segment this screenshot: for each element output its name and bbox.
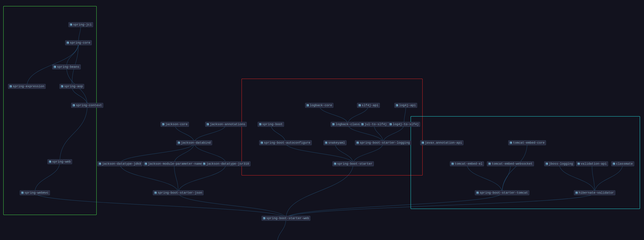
node-label-slf4j-api: slf4j-api bbox=[362, 104, 378, 107]
node-icon-jackson-annotations bbox=[206, 123, 209, 126]
node-spring-core[interactable]: spring-core bbox=[65, 40, 92, 45]
node-icon-spring-web bbox=[49, 161, 51, 163]
node-jackson-annotations[interactable]: jackson-annotations bbox=[205, 122, 246, 127]
node-spring-boot-autoconfigure[interactable]: spring-boot-autoconfigure bbox=[259, 140, 312, 145]
node-icon-spring-beans bbox=[54, 66, 56, 68]
node-icon-spring-boot-starter-json bbox=[154, 192, 157, 194]
node-icon-spring-boot-starter-logging bbox=[356, 142, 359, 144]
node-icon-spring-boot bbox=[259, 123, 262, 126]
node-label-spring-beans: spring-beans bbox=[57, 65, 79, 69]
node-icon-jboss-logging bbox=[546, 163, 548, 165]
node-snakeyaml[interactable]: snakeyaml bbox=[324, 140, 346, 145]
node-icon-snakeyaml bbox=[325, 142, 327, 144]
node-tomcat-embed-core[interactable]: tomcat-embed-core bbox=[508, 140, 546, 145]
region-green bbox=[3, 6, 97, 215]
node-logback-classic[interactable]: logback-classic bbox=[331, 122, 365, 127]
node-label-spring-expression: spring-expression bbox=[13, 85, 44, 88]
node-spring-webmvc[interactable]: spring-webmvc bbox=[20, 190, 50, 195]
node-spring-boot-starter[interactable]: spring-boot-starter bbox=[332, 161, 374, 166]
node-icon-log4j-to-slf4j bbox=[390, 123, 392, 126]
node-logback-core[interactable]: logback-core bbox=[305, 103, 334, 108]
node-jackson-datatype-jdk8[interactable]: jackson-datatype-jdk8 bbox=[97, 161, 142, 166]
node-log4j-to-slf4j[interactable]: log4j-to-slf4j bbox=[388, 122, 420, 127]
region-red bbox=[242, 79, 422, 176]
node-label-javax-annotation-api: javax.annotation-api bbox=[425, 141, 462, 145]
node-spring-context[interactable]: spring-context bbox=[71, 103, 103, 108]
node-label-snakeyaml: snakeyaml bbox=[328, 141, 345, 145]
node-jul-to-slf4j[interactable]: jul-to-slf4j bbox=[360, 122, 388, 127]
node-icon-jul-to-slf4j bbox=[361, 123, 364, 126]
node-icon-logback-core bbox=[306, 104, 309, 106]
node-classmate[interactable]: classmate bbox=[611, 161, 634, 166]
node-spring-boot[interactable]: spring-boot bbox=[258, 122, 284, 127]
node-spring-web[interactable]: spring-web bbox=[48, 159, 72, 164]
node-label-spring-boot-starter-web: spring-boot-starter-web bbox=[266, 216, 309, 220]
node-label-spring-boot-starter-tomcat: spring-boot-starter-tomcat bbox=[480, 191, 528, 194]
node-label-spring-boot-starter-logging: spring-boot-starter-logging bbox=[360, 141, 410, 145]
node-icon-tomcat-embed-el bbox=[451, 163, 454, 165]
node-slf4j-api[interactable]: slf4j-api bbox=[357, 103, 380, 108]
node-spring-beans[interactable]: spring-beans bbox=[52, 64, 81, 69]
node-label-spring-web: spring-web bbox=[52, 160, 71, 163]
node-label-logback-classic: logback-classic bbox=[336, 123, 363, 126]
node-icon-jackson-module-parameter-names bbox=[145, 163, 147, 165]
node-label-spring-webmvc: spring-webmvc bbox=[24, 191, 48, 194]
node-icon-spring-boot-starter-web bbox=[263, 217, 266, 219]
node-tomcat-embed-el[interactable]: tomcat-embed-el bbox=[450, 161, 484, 166]
node-label-jul-to-slf4j: jul-to-slf4j bbox=[364, 123, 387, 126]
node-jackson-databind[interactable]: jackson-databind bbox=[176, 140, 212, 145]
node-label-tomcat-embed-websocket: tomcat-embed-websocket bbox=[492, 162, 532, 166]
node-icon-log4j-api bbox=[396, 104, 398, 106]
node-icon-spring-webmvc bbox=[21, 192, 24, 194]
node-icon-tomcat-embed-websocket bbox=[488, 163, 491, 165]
node-label-jboss-logging: jboss-logging bbox=[549, 162, 573, 166]
node-tomcat-embed-websocket[interactable]: tomcat-embed-websocket bbox=[487, 161, 534, 166]
node-spring-boot-starter-json[interactable]: spring-boot-starter-json bbox=[153, 190, 204, 195]
node-spring-boot-starter-logging[interactable]: spring-boot-starter-logging bbox=[355, 140, 411, 145]
node-label-jackson-databind: jackson-databind bbox=[181, 141, 211, 145]
node-label-spring-boot-autoconfigure: spring-boot-autoconfigure bbox=[264, 141, 310, 145]
node-icon-spring-boot-starter bbox=[334, 163, 336, 165]
node-spring-boot-starter-tomcat[interactable]: spring-boot-starter-tomcat bbox=[475, 190, 529, 195]
node-jackson-datatype-jsr310[interactable]: jackson-datatype-jsr310 bbox=[202, 161, 250, 166]
node-log4j-api[interactable]: log4j-api bbox=[394, 103, 417, 108]
node-label-spring-boot: spring-boot bbox=[262, 123, 283, 126]
node-label-validation-api: validation-api bbox=[581, 162, 607, 166]
node-icon-logback-classic bbox=[332, 123, 334, 126]
node-label-hibernate-validator: hibernate-validator bbox=[579, 191, 614, 194]
node-icon-jackson-datatype-jsr310 bbox=[203, 163, 206, 165]
node-icon-spring-core bbox=[66, 42, 69, 44]
node-icon-javax-annotation-api bbox=[422, 142, 424, 144]
node-label-jackson-core: jackson-core bbox=[165, 123, 188, 126]
node-label-spring-boot-starter-json: spring-boot-starter-json bbox=[158, 191, 202, 194]
node-label-log4j-to-slf4j: log4j-to-slf4j bbox=[393, 123, 419, 126]
node-label-spring-context: spring-context bbox=[76, 104, 102, 107]
node-icon-spring-context bbox=[72, 104, 75, 106]
node-label-classmate: classmate bbox=[616, 162, 633, 166]
node-jackson-core[interactable]: jackson-core bbox=[161, 122, 189, 127]
node-javax-annotation-api[interactable]: javax.annotation-api bbox=[420, 140, 464, 145]
node-icon-spring-expression bbox=[10, 85, 12, 88]
node-jboss-logging[interactable]: jboss-logging bbox=[544, 161, 574, 166]
node-label-jackson-datatype-jsr310: jackson-datatype-jsr310 bbox=[206, 162, 249, 166]
node-icon-spring-boot-autoconfigure bbox=[260, 142, 263, 144]
node-label-spring-aop: spring-aop bbox=[64, 85, 83, 88]
node-validation-api[interactable]: validation-api bbox=[576, 161, 608, 166]
node-spring-boot-starter-web[interactable]: spring-boot-starter-web bbox=[262, 216, 310, 221]
node-label-tomcat-embed-el: tomcat-embed-el bbox=[454, 162, 482, 166]
node-label-spring-boot-starter: spring-boot-starter bbox=[337, 162, 372, 166]
node-hibernate-validator[interactable]: hibernate-validator bbox=[574, 190, 615, 195]
node-icon-classmate bbox=[613, 163, 615, 165]
node-spring-jci[interactable]: spring-jci bbox=[68, 22, 93, 27]
node-spring-aop[interactable]: spring-aop bbox=[60, 84, 84, 89]
node-label-jackson-annotations: jackson-annotations bbox=[210, 123, 245, 126]
node-icon-spring-jci bbox=[70, 24, 72, 26]
node-icon-jackson-core bbox=[162, 123, 164, 126]
node-spring-expression[interactable]: spring-expression bbox=[8, 84, 46, 89]
node-label-spring-core: spring-core bbox=[70, 41, 90, 45]
node-icon-jackson-datatype-jdk8 bbox=[99, 163, 101, 165]
node-jackson-module-parameter-names[interactable]: jackson-module-parameter-names bbox=[143, 161, 205, 166]
node-label-log4j-api: log4j-api bbox=[399, 104, 416, 107]
node-label-jackson-datatype-jdk8: jackson-datatype-jdk8 bbox=[102, 162, 141, 166]
node-icon-spring-aop bbox=[61, 85, 63, 88]
